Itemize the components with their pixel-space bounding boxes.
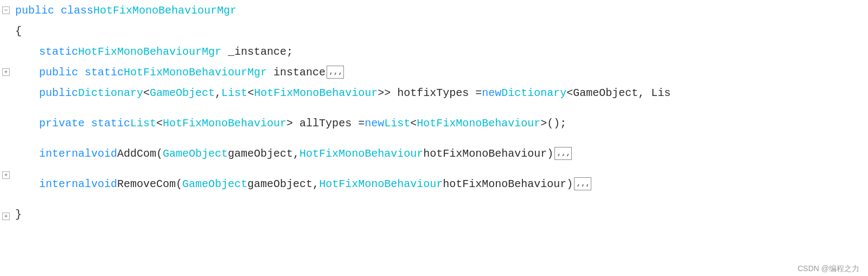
gutter-collapse-class[interactable]: − <box>0 0 12 21</box>
collapse-addcom-icon[interactable]: + <box>2 171 10 179</box>
dict-generic2: <GameObject, Lis <box>566 87 671 99</box>
footer: CSDN @编程之力 <box>797 264 859 274</box>
line-static-instance: static HotFixMonoBehaviourMgr _instance; <box>12 41 868 62</box>
line-addcom: internal void AddCom( GameObject gameObj… <box>12 143 868 164</box>
collapse-removecom-icon[interactable]: + <box>2 213 10 220</box>
gutter-collapse-removecom[interactable]: + <box>0 206 12 227</box>
type-hotfix4: HotFixMonoBehaviour <box>163 117 286 130</box>
type-dictionary: Dictionary <box>78 87 143 99</box>
gutter-cell-2 <box>0 41 12 62</box>
list-constructor: < <box>410 117 417 130</box>
var-instance: _instance; <box>221 46 293 58</box>
close-brace: } <box>15 208 22 221</box>
kw-new2: new <box>365 117 384 130</box>
collapse-instance-icon[interactable]: + <box>2 68 10 76</box>
type-go-addcom: GameObject <box>163 147 228 160</box>
kw-void-2: void <box>91 178 117 190</box>
kw-internal-1: internal <box>39 147 91 160</box>
type-hotfix3: HotFixMonoBehaviour <box>254 87 378 99</box>
dict-comma: , <box>215 87 221 99</box>
type-gameobject1: GameObject <box>150 87 215 99</box>
line-allTypes: private static List < HotFixMonoBehaviou… <box>12 113 868 133</box>
type-dict2: Dictionary <box>501 87 566 99</box>
code-editor: − + + <box>0 0 868 276</box>
kw-static: static <box>39 46 78 58</box>
gutter-cell-5 <box>0 103 12 124</box>
param-hfmb-removecom: hotFixMonoBehaviour) <box>443 178 573 190</box>
line-class-declaration: public class HotFixMonoBehaviourMgr <box>12 0 868 21</box>
gutter-collapse-instance[interactable]: + <box>0 62 12 82</box>
method-removecom: RemoveCom( <box>117 178 182 190</box>
footer-text: CSDN @编程之力 <box>797 264 859 273</box>
open-brace: { <box>15 25 22 37</box>
gutter: − + + <box>0 0 12 276</box>
class-name: HotFixMonoBehaviourMgr <box>93 4 237 17</box>
kw-private-static: private static <box>39 117 130 130</box>
param-hfmb-addcom: hotFixMonoBehaviour) <box>423 147 553 160</box>
type-hotfix1: HotFixMonoBehaviourMgr <box>78 46 221 58</box>
dict-close: >> hotfixTypes = <box>378 87 482 99</box>
type-list3: List <box>384 117 410 130</box>
kw-new1: new <box>482 87 501 99</box>
kw-public-static: public static <box>39 66 124 79</box>
line-empty-1 <box>12 103 868 113</box>
method-addcom: AddCom( <box>117 147 163 160</box>
gutter-cell-6 <box>0 124 12 144</box>
type-hfmb-removecom: HotFixMonoBehaviour <box>319 178 443 190</box>
collapse-class-icon[interactable]: − <box>2 7 10 14</box>
type-go-removecom: GameObject <box>182 178 247 190</box>
type-hotfix5: HotFixMonoBehaviour <box>417 117 540 130</box>
line-empty-2 <box>12 133 868 143</box>
line-open-brace: { <box>12 21 868 41</box>
list-open: < <box>247 87 254 99</box>
collapsed-addcom-box[interactable]: ... <box>554 147 572 160</box>
dict-open: < <box>143 87 150 99</box>
gutter-cell-7 <box>0 144 12 165</box>
line-close-brace: } <box>12 204 868 224</box>
collapsed-instance-box[interactable]: ... <box>327 66 344 79</box>
param-go-removecom: gameObject, <box>247 178 319 190</box>
collapsed-removecom-box[interactable]: ... <box>574 177 591 190</box>
line-public-instance: public static HotFixMonoBehaviourMgr ins… <box>12 62 868 82</box>
line-empty-4 <box>12 194 868 204</box>
line-empty-3 <box>12 164 868 174</box>
gutter-collapse-addcom[interactable]: + <box>0 165 12 185</box>
list-generic-open: < <box>156 117 163 130</box>
kw-void-1: void <box>91 147 117 160</box>
gutter-cell-12 <box>0 247 12 268</box>
gutter-cell-11 <box>0 227 12 247</box>
type-list2: List <box>130 117 156 130</box>
gutter-cell-9 <box>0 185 12 206</box>
line-removecom: internal void RemoveCom( GameObject game… <box>12 174 868 194</box>
type-list1: List <box>221 87 247 99</box>
gutter-cell-1 <box>0 21 12 41</box>
list-end: >(); <box>540 117 566 130</box>
kw-public-class: public class <box>15 4 93 17</box>
line-dictionary: public Dictionary < GameObject , List < … <box>12 82 868 103</box>
list-generic-close: > allTypes = <box>286 117 365 130</box>
var-instance-name: instance <box>267 66 326 79</box>
kw-public-dict: public <box>39 87 78 99</box>
type-hfmb-addcom: HotFixMonoBehaviour <box>299 147 423 160</box>
kw-internal-2: internal <box>39 178 91 190</box>
gutter-cell-4 <box>0 82 12 103</box>
code-lines: public class HotFixMonoBehaviourMgr { st… <box>12 0 868 276</box>
param-go-addcom: gameObject, <box>228 147 299 160</box>
type-hotfix2: HotFixMonoBehaviourMgr <box>124 66 267 79</box>
